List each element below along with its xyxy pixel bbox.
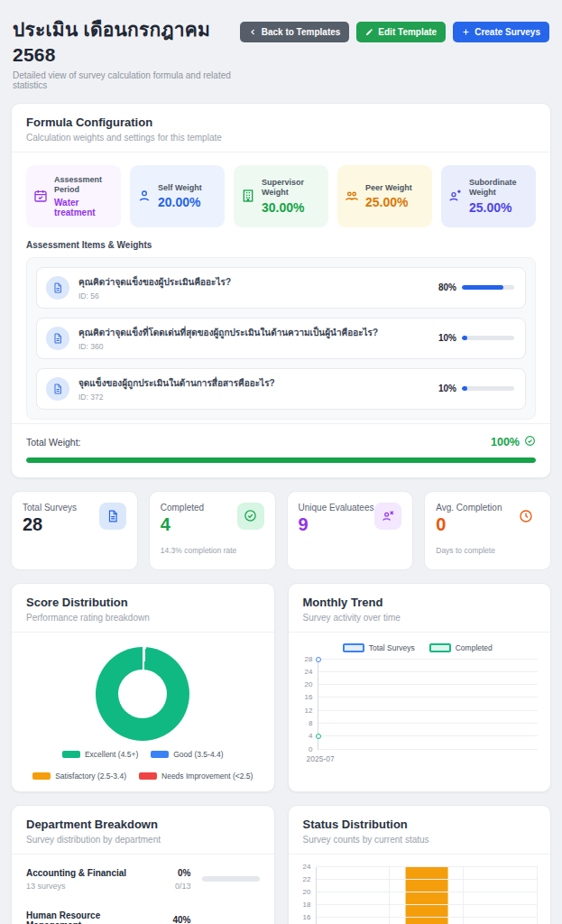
department-row: Accounting & Financial13 surveys 0%0/13: [26, 858, 260, 901]
trend-y-axis: 0481216202428: [298, 660, 318, 750]
gridline: [317, 917, 539, 918]
department-list: Accounting & Financial13 surveys 0%0/13 …: [12, 855, 274, 924]
y-tick-label: 16: [305, 694, 313, 701]
file-text-icon: [46, 327, 69, 350]
page-title: ประเมิน เดือนกรกฎาคม 2568: [13, 14, 240, 66]
monthly-trend-subtitle: Survey activity over time: [303, 613, 537, 623]
building-icon: [241, 189, 255, 203]
user-x-icon: [374, 503, 401, 530]
clock-icon: [512, 503, 539, 530]
stat-label: Unique Evaluatees: [299, 503, 374, 513]
department-bar: [202, 876, 260, 882]
assessment-question: คุณคิดว่าจุดแข็งที่โดดเด่นที่สุดของผู้ถู…: [78, 326, 429, 339]
gridline: [318, 710, 539, 711]
score-distribution-subtitle: Performance rating breakdown: [26, 613, 260, 623]
total-weight-fill: [26, 457, 536, 463]
status-bar: [405, 867, 447, 924]
edit-template-button[interactable]: Edit Template: [356, 22, 446, 42]
legend-item: Total Surveys: [343, 643, 415, 652]
monthly-trend-title: Monthly Trend: [303, 596, 537, 609]
page-header-text: ประเมิน เดือนกรกฎาคม 2568 Detailed view …: [13, 14, 240, 90]
calendar-check-icon: [33, 189, 48, 203]
gridline: [318, 723, 539, 724]
department-name: Human Resource Management: [26, 910, 155, 924]
department-breakdown-card: Department Breakdown Survey distribution…: [11, 805, 275, 924]
y-tick-label: 16: [303, 914, 311, 921]
legend-item: Good (3.5-4.4): [151, 750, 223, 759]
stat-note: 14.3% completion rate: [161, 546, 264, 555]
monthly-trend-card: Monthly Trend Survey activity over time …: [288, 583, 552, 792]
y-tick-label: 0: [309, 746, 312, 753]
score-legend: Excellent (4.5+) Good (3.5-4.4) Satisfac…: [21, 750, 265, 781]
item-weight-fill: [462, 386, 467, 391]
stat-value: 9: [299, 514, 374, 535]
weight-card-label: Subordinate Weight: [469, 178, 529, 199]
item-weight-fill: [462, 336, 467, 340]
gridline: [318, 749, 539, 750]
stat-value: 4: [161, 514, 204, 535]
score-legend-swatch: [151, 751, 169, 758]
file-text-icon: [99, 503, 126, 530]
assessment-question: คุณคิดว่าจุดแข็งของผู้ประเมินคืออะไร?: [78, 275, 429, 289]
supervisor-weight-card: Supervisor Weight 30.00%: [234, 165, 328, 227]
gridline: [318, 671, 539, 672]
stat-label: Avg. Completion: [436, 503, 502, 513]
gridline: [317, 879, 539, 880]
unique-evaluatees-stat-card: Unique Evaluatees 9: [287, 491, 414, 570]
weight-card-value: Water treatment: [54, 198, 114, 217]
legend-item: Satisfactory (2.5-3.4): [32, 772, 126, 781]
weight-card-value: 25.00%: [469, 200, 529, 215]
weight-card-value: 20.00%: [158, 195, 202, 209]
department-surveys: 13 surveys: [26, 882, 155, 891]
status-plot: [316, 867, 539, 924]
item-weight-fill: [462, 285, 503, 290]
total-surveys-stat-card: Total Surveys 28: [11, 491, 138, 570]
trend-point: [316, 657, 321, 662]
subordinate-weight-card: Subordinate Weight 25.00%: [441, 165, 536, 227]
avg-completion-stat-card: Avg. Completion 0 Days to complete: [424, 491, 551, 570]
item-weight-label: 10%: [438, 333, 456, 343]
department-pct: 0%: [155, 868, 191, 878]
plus-icon: [462, 28, 470, 36]
weight-card-label: Assessment Period: [54, 175, 114, 196]
users-icon: [345, 189, 359, 203]
weight-card-label: Self Weight: [158, 183, 202, 193]
header-actions: Back to Templates Edit Template Create S…: [240, 22, 549, 42]
assessment-item-row: จุดแข็งของผู้ถูกประเมินในด้านการสื่อสารค…: [36, 368, 526, 410]
pencil-icon: [365, 28, 373, 36]
assessment-items-list: คุณคิดว่าจุดแข็งของผู้ประเมินคืออะไร? ID…: [26, 257, 536, 420]
gridline: [318, 735, 539, 736]
stat-label: Total Surveys: [23, 503, 77, 513]
user-arrow-icon: [448, 189, 463, 203]
assessment-id: ID: 372: [78, 393, 429, 402]
gridline: [317, 892, 539, 892]
stat-value: 0: [436, 514, 502, 535]
status-distribution-subtitle: Survey counts by current status: [303, 835, 537, 845]
file-text-icon: [46, 377, 69, 401]
weight-card-value: 25.00%: [365, 195, 412, 209]
gridline: [317, 904, 539, 905]
peer-weight-card: Peer Weight 25.00%: [337, 165, 432, 227]
gridline: [317, 866, 539, 867]
trend-x-label: 2025-07: [307, 754, 539, 763]
department-breakdown-subtitle: Survey distribution by department: [26, 835, 260, 845]
page-header: ประเมิน เดือนกรกฎาคม 2568 Detailed view …: [11, 11, 551, 90]
department-fraction: 0/13: [155, 882, 191, 891]
legend-item: Completed: [429, 643, 493, 652]
gridline: [318, 684, 539, 685]
trend-point: [316, 734, 321, 739]
formula-card-header: Formula Configuration Calculation weight…: [12, 104, 550, 152]
score-legend-swatch: [32, 772, 51, 780]
department-breakdown-title: Department Breakdown: [26, 818, 260, 831]
weight-cards-row: Assessment Period Water treatment Self W…: [12, 152, 550, 238]
back-to-templates-button[interactable]: Back to Templates: [240, 22, 350, 42]
y-tick-label: 24: [303, 864, 311, 871]
formula-configuration-card: Formula Configuration Calculation weight…: [11, 103, 551, 478]
score-legend-swatch: [62, 751, 80, 758]
assessment-item-row: คุณคิดว่าจุดแข็งที่โดดเด่นที่สุดของผู้ถู…: [36, 318, 526, 359]
trend-legend-swatch: [429, 643, 451, 652]
stat-note: Days to complete: [436, 546, 539, 555]
create-surveys-button[interactable]: Create Surveys: [453, 22, 549, 42]
total-weight-value: 100%: [491, 436, 520, 448]
total-weight-label: Total Weight:: [26, 437, 81, 448]
